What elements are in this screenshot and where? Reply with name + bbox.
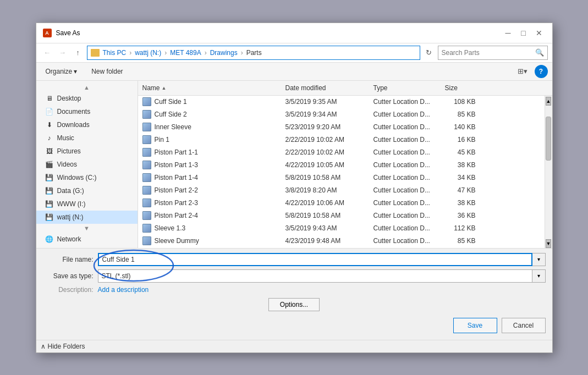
forward-button[interactable]: → xyxy=(56,46,69,59)
hide-folders-row[interactable]: ∧ Hide Folders xyxy=(36,340,552,352)
file-list-area: Name ▲ Date modified Type Size xyxy=(138,81,552,248)
options-button[interactable]: Options... xyxy=(268,298,320,311)
www-drive-icon: 💾 xyxy=(45,200,54,208)
sidebar-item-wattj-n[interactable]: 💾 wattj (N:) xyxy=(36,211,138,224)
title-controls: ─ □ ✕ xyxy=(502,27,546,38)
sidebar-item-documents[interactable]: 📄 Documents xyxy=(36,105,138,118)
help-button[interactable]: ? xyxy=(535,65,548,78)
table-row[interactable]: Piston Part 1-1 2/22/2019 10:02 AM Cutte… xyxy=(138,146,545,159)
savetype-row: Save as type: STL (*.stl) ▾ xyxy=(43,269,546,283)
save-button[interactable]: Save xyxy=(453,318,497,333)
file-icon xyxy=(142,135,151,144)
file-icon xyxy=(142,123,151,131)
column-header-date[interactable]: Date modified xyxy=(281,83,369,93)
options-row: Options... xyxy=(43,298,546,311)
scrollbar[interactable]: ▲ ▼ xyxy=(545,96,552,248)
data-drive-icon: 💾 xyxy=(45,186,54,195)
search-input[interactable] xyxy=(442,49,535,57)
up-button[interactable]: ↑ xyxy=(72,46,85,59)
breadcrumb-current: Parts xyxy=(246,49,262,57)
view-toggle-button[interactable]: ⊞▾ xyxy=(515,65,530,78)
sidebar: ▲ 🖥 Desktop 📄 Documents ⬇ Downloads ♪ Mu… xyxy=(36,81,138,248)
table-row[interactable]: Cuff Side 1 3/5/2019 9:35 AM Cutter Loca… xyxy=(138,96,545,108)
column-header-type[interactable]: Type xyxy=(369,83,441,93)
file-list: Cuff Side 1 3/5/2019 9:35 AM Cutter Loca… xyxy=(138,96,545,248)
chevron-up-icon: ∧ xyxy=(41,343,46,350)
sidebar-item-downloads[interactable]: ⬇ Downloads xyxy=(36,118,138,131)
file-icon xyxy=(142,97,151,106)
documents-icon: 📄 xyxy=(45,107,54,116)
description-link[interactable]: Add a description xyxy=(98,286,149,294)
hide-folders-label: Hide Folders xyxy=(48,343,85,350)
action-row: Save Cancel xyxy=(43,316,546,335)
wattj-drive-icon: 💾 xyxy=(45,213,54,222)
breadcrumb-drive[interactable]: wattj (N:) xyxy=(135,49,161,57)
new-folder-button[interactable]: New folder xyxy=(86,66,128,77)
breadcrumb-folder2[interactable]: Drawings xyxy=(210,49,238,57)
description-label: Description: xyxy=(43,286,98,294)
dialog-title: Save As xyxy=(56,29,497,37)
organize-button[interactable]: Organize ▾ xyxy=(41,66,83,77)
file-list-header: Name ▲ Date modified Type Size xyxy=(138,81,552,96)
refresh-button[interactable]: ↻ xyxy=(422,46,436,59)
sidebar-item-pictures[interactable]: 🖼 Pictures xyxy=(36,145,138,158)
scrollbar-thumb[interactable] xyxy=(546,117,551,161)
breadcrumb-folder1[interactable]: MET 489A xyxy=(170,49,201,57)
sidebar-item-windows-c[interactable]: 💾 Windows (C:) xyxy=(36,171,138,184)
scrollbar-down-button[interactable]: ▼ xyxy=(546,239,551,248)
sort-arrow-icon: ▲ xyxy=(162,85,167,91)
sidebar-item-data-g[interactable]: 💾 Data (G:) xyxy=(36,184,138,197)
filename-dropdown-button[interactable]: ▾ xyxy=(532,253,546,266)
sidebar-item-desktop[interactable]: 🖥 Desktop xyxy=(36,92,138,105)
sidebar-scroll-down[interactable]: ▼ xyxy=(36,224,138,233)
file-icon xyxy=(142,186,151,195)
cancel-button[interactable]: Cancel xyxy=(502,318,546,333)
column-header-name[interactable]: Name ▲ xyxy=(138,83,281,93)
savetype-dropdown-button[interactable]: ▾ xyxy=(532,269,546,283)
network-icon: 🌐 xyxy=(45,235,54,244)
desktop-icon: 🖥 xyxy=(45,94,54,103)
description-row: Description: Add a description xyxy=(43,286,546,294)
file-icon xyxy=(142,148,151,157)
file-icon xyxy=(142,236,151,245)
save-as-dialog: A Save As ─ □ ✕ ← → ↑ This PC › wattj (N… xyxy=(36,23,553,353)
filename-input[interactable] xyxy=(98,253,532,266)
table-row[interactable]: Sleeve Dummy 4/23/2019 9:48 AM Cutter Lo… xyxy=(138,235,545,247)
close-button[interactable]: ✕ xyxy=(532,27,546,38)
bottom-area: File name: ▾ Save as type: STL (*.stl) ▾ xyxy=(36,248,552,340)
table-row[interactable]: Sleeve 1.3 3/5/2019 9:43 AM Cutter Locat… xyxy=(138,222,545,235)
maximize-button[interactable]: □ xyxy=(517,27,530,38)
breadcrumb-bar: This PC › wattj (N:) › MET 489A › Drawin… xyxy=(87,46,420,60)
chevron-down-icon: ▾ xyxy=(74,68,77,75)
minimize-button[interactable]: ─ xyxy=(502,27,515,38)
scrollbar-up-button[interactable]: ▲ xyxy=(546,97,551,106)
file-icon xyxy=(142,161,151,169)
main-area: ▲ 🖥 Desktop 📄 Documents ⬇ Downloads ♪ Mu… xyxy=(36,81,552,248)
table-row[interactable]: Piston Part 2-3 4/22/2019 10:06 AM Cutte… xyxy=(138,197,545,209)
table-row[interactable]: Piston Part 2-2 3/8/2019 8:20 AM Cutter … xyxy=(138,184,545,197)
sidebar-item-videos[interactable]: 🎬 Videos xyxy=(36,158,138,171)
file-list-wrapper: Cuff Side 1 3/5/2019 9:35 AM Cutter Loca… xyxy=(138,96,552,248)
file-icon xyxy=(142,224,151,233)
table-row[interactable]: Inner Sleeve 5/23/2019 9:20 AM Cutter Lo… xyxy=(138,121,545,134)
search-icon: 🔍 xyxy=(535,48,544,57)
title-bar: A Save As ─ □ ✕ xyxy=(36,23,552,43)
sidebar-item-music[interactable]: ♪ Music xyxy=(36,131,138,145)
sidebar-scroll-up[interactable]: ▲ xyxy=(36,83,138,92)
file-icon xyxy=(142,211,151,220)
breadcrumb-thispc[interactable]: This PC xyxy=(103,49,127,57)
sidebar-item-network[interactable]: 🌐 Network xyxy=(36,233,138,246)
table-row[interactable]: Piston Part 2-4 5/8/2019 10:58 AM Cutter… xyxy=(138,209,545,222)
downloads-icon: ⬇ xyxy=(45,120,54,129)
table-row[interactable]: Piston Part 1-4 5/8/2019 10:58 AM Cutter… xyxy=(138,172,545,184)
back-button[interactable]: ← xyxy=(41,46,54,59)
pictures-icon: 🖼 xyxy=(45,147,54,156)
table-row[interactable]: Piston Part 1-3 4/22/2019 10:05 AM Cutte… xyxy=(138,159,545,172)
folder-icon xyxy=(91,49,100,57)
app-icon: A xyxy=(43,29,52,37)
column-header-size[interactable]: Size xyxy=(441,83,485,93)
savetype-select[interactable]: STL (*.stl) xyxy=(98,269,532,283)
table-row[interactable]: Cuff Side 2 3/5/2019 9:34 AM Cutter Loca… xyxy=(138,108,545,121)
sidebar-item-www-i[interactable]: 💾 WWW (I:) xyxy=(36,197,138,211)
table-row[interactable]: Pin 1 2/22/2019 10:02 AM Cutter Location… xyxy=(138,134,545,146)
